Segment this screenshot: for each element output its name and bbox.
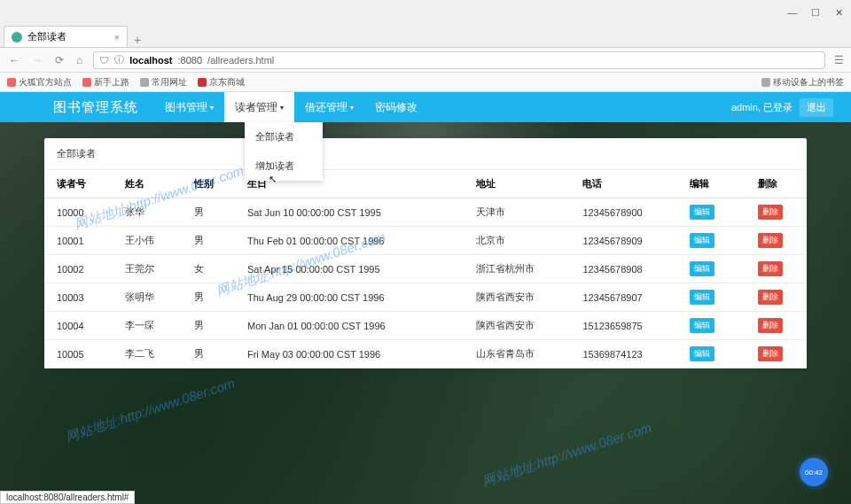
table-cell: 男 [182, 198, 235, 227]
dropdown-add-reader[interactable]: 增加读者 [245, 151, 323, 181]
table-cell: 男 [182, 283, 235, 312]
table-cell: 王莞尔 [113, 255, 181, 283]
table-cell: 编辑 [677, 283, 746, 312]
edit-button[interactable]: 编辑 [690, 290, 714, 305]
tab-title: 全部读者 [27, 30, 66, 43]
bookmark-item[interactable]: 京东商城 [198, 76, 245, 89]
window-titlebar: — ☐ ✕ [0, 0, 851, 25]
table-cell: 男 [182, 312, 235, 340]
shield-icon: 🛡 [99, 55, 109, 66]
table-cell: Thu Feb 01 00:00:00 CST 1996 [235, 227, 464, 255]
close-icon[interactable]: ✕ [833, 7, 844, 18]
delete-button[interactable]: 删除 [758, 318, 783, 333]
brand-title: 图书管理系统 [53, 99, 138, 116]
bookmark-mobile[interactable]: 移动设备上的书签 [761, 76, 844, 89]
table-cell: 12345678909 [570, 227, 676, 255]
tab-close-icon[interactable]: × [114, 32, 120, 43]
nav-readers[interactable]: 读者管理▾ [224, 92, 294, 122]
table-cell: 10005 [44, 340, 113, 368]
bookmark-item[interactable]: 常用网址 [140, 76, 187, 89]
minimize-icon[interactable]: — [787, 7, 798, 18]
table-cell: 12345678908 [570, 255, 676, 283]
table-cell: 15369874123 [570, 340, 676, 368]
forward-icon[interactable]: → [30, 54, 44, 66]
panel-title: 全部读者 [44, 138, 807, 169]
table-header: 读者号 [44, 170, 113, 198]
new-tab-button[interactable]: + [128, 33, 147, 47]
status-bar: localhost:8080/allreaders.html# [0, 491, 135, 504]
table-cell: Sat Jun 10 00:00:00 CST 1995 [235, 198, 464, 227]
readers-panel: 全部读者 读者号姓名性别生日地址电话编辑删除 10000张华男Sat Jun 1… [44, 138, 807, 368]
url-port: :8080 [178, 55, 203, 66]
table-row: 10005李二飞男Fri May 03 00:00:00 CST 1996山东省… [44, 340, 807, 368]
back-icon[interactable]: ← [7, 54, 21, 66]
table-cell: 编辑 [677, 227, 746, 255]
table-cell: 10002 [44, 255, 113, 283]
table-row: 10002王莞尔女Sat Apr 15 00:00:00 CST 1995浙江省… [44, 255, 807, 283]
delete-button[interactable]: 删除 [758, 290, 783, 305]
table-cell: 删除 [746, 283, 807, 312]
nav-borrow[interactable]: 借还管理▾ [294, 92, 364, 122]
table-cell: 女 [182, 255, 235, 283]
address-input[interactable]: 🛡 ⓘ localhost:8080/allreaders.html [93, 51, 825, 69]
delete-button[interactable]: 删除 [758, 261, 783, 276]
table-cell: 12345678907 [570, 283, 676, 312]
nav-password[interactable]: 密码修改 [364, 92, 428, 122]
table-header: 删除 [746, 170, 807, 198]
delete-button[interactable]: 删除 [758, 205, 783, 220]
edit-button[interactable]: 编辑 [690, 233, 714, 248]
table-cell: 张明华 [113, 283, 181, 312]
readers-dropdown: 全部读者 增加读者 [245, 122, 323, 181]
edit-button[interactable]: 编辑 [690, 205, 714, 220]
table-cell: 天津市 [464, 198, 570, 227]
table-cell: Thu Aug 29 00:00:00 CST 1996 [235, 283, 464, 312]
table-cell: 浙江省杭州市 [464, 255, 570, 283]
delete-button[interactable]: 删除 [758, 233, 783, 248]
recording-timer[interactable]: 00:42 [800, 458, 828, 486]
table-cell: 编辑 [677, 312, 746, 340]
table-cell: Mon Jan 01 00:00:00 CST 1996 [235, 312, 464, 340]
edit-button[interactable]: 编辑 [690, 261, 714, 276]
table-header: 性别 [182, 170, 235, 198]
table-cell: 张华 [113, 198, 181, 227]
url-path: /allreaders.html [207, 55, 274, 66]
logout-button[interactable]: 退出 [800, 98, 833, 117]
table-cell: 山东省青岛市 [464, 340, 570, 368]
info-icon: ⓘ [114, 53, 124, 66]
table-cell: 10001 [44, 227, 113, 255]
table-cell: 删除 [746, 227, 807, 255]
bookmark-item[interactable]: 新手上路 [82, 76, 129, 89]
table-cell: 李一琛 [113, 312, 181, 340]
table-cell: Fri May 03 00:00:00 CST 1996 [235, 340, 464, 368]
browser-tabbar: 全部读者 × + [0, 25, 851, 48]
table-cell: 15123659875 [570, 312, 676, 340]
table-cell: 李二飞 [113, 340, 181, 368]
reload-icon[interactable]: ⟳ [53, 54, 66, 66]
table-cell: 删除 [746, 340, 807, 368]
table-row: 10004李一琛男Mon Jan 01 00:00:00 CST 1996陕西省… [44, 312, 807, 340]
url-host: localhost [129, 55, 172, 66]
edit-button[interactable]: 编辑 [690, 318, 714, 333]
table-cell: 王小伟 [113, 227, 181, 255]
table-cell: 编辑 [677, 255, 746, 283]
page-content: 图书管理系统 图书管理▾ 读者管理▾ 借还管理▾ 密码修改 admin, 已登录… [0, 92, 851, 504]
edit-button[interactable]: 编辑 [690, 346, 714, 361]
table-header: 编辑 [677, 170, 746, 198]
table-row: 10001王小伟男Thu Feb 01 00:00:00 CST 1996北京市… [44, 227, 807, 255]
table-header: 电话 [570, 170, 676, 198]
table-cell: Sat Apr 15 00:00:00 CST 1995 [235, 255, 464, 283]
maximize-icon[interactable]: ☐ [810, 7, 821, 18]
delete-button[interactable]: 删除 [758, 346, 783, 361]
browser-tab[interactable]: 全部读者 × [4, 26, 128, 47]
dropdown-all-readers[interactable]: 全部读者 [245, 122, 323, 151]
bookmark-item[interactable]: 火狐官方站点 [7, 76, 72, 89]
nav-books[interactable]: 图书管理▾ [154, 92, 224, 122]
bookmark-icon[interactable]: ☰ [834, 54, 844, 66]
table-cell: 10000 [44, 198, 113, 227]
chevron-down-icon: ▾ [210, 104, 214, 112]
table-cell: 男 [182, 227, 235, 255]
table-cell: 陕西省西安市 [464, 283, 570, 312]
home-icon[interactable]: ⌂ [74, 54, 84, 66]
favicon-icon [12, 32, 22, 43]
table-header: 地址 [464, 170, 570, 198]
